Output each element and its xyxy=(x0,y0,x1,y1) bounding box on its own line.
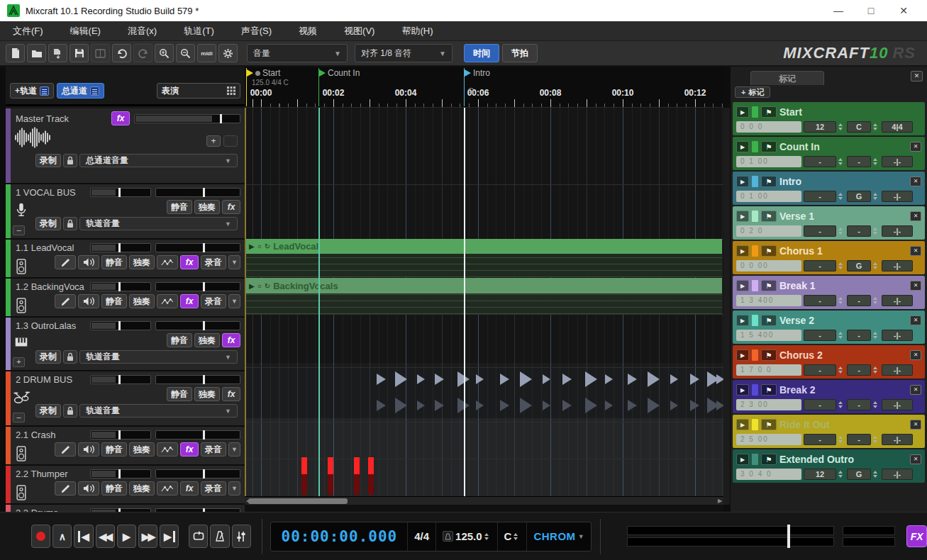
marker-tempo-value[interactable]: - xyxy=(804,364,836,376)
solo-button[interactable]: 独奏 xyxy=(194,333,220,347)
marker-color-swatch[interactable] xyxy=(752,176,758,187)
marker-play-button[interactable]: ▶ xyxy=(736,106,749,118)
menu-item-3[interactable]: 轨道(T) xyxy=(184,25,214,38)
marker-key-value[interactable]: - xyxy=(847,330,871,341)
marker-flag-button[interactable]: ⚑ xyxy=(761,315,777,326)
marker-flag-button[interactable]: ⚑ xyxy=(761,280,777,291)
slider-thumb[interactable] xyxy=(203,375,205,384)
marker-key-spinner[interactable] xyxy=(873,436,879,443)
arm-record-button[interactable]: 录音 xyxy=(201,481,226,495)
bus-volume-slider[interactable] xyxy=(90,188,151,197)
marker-card-count-in[interactable]: ▶⚑Count In✕0 1 00---|- xyxy=(733,137,925,170)
bus-pan-slider[interactable] xyxy=(155,188,240,197)
menu-item-6[interactable]: 视图(V) xyxy=(344,25,374,38)
monitor-button[interactable] xyxy=(78,481,99,495)
mute-button[interactable]: 静音 xyxy=(167,333,192,347)
slider-thumb[interactable] xyxy=(118,430,121,439)
go-to-end-button[interactable]: ▶ xyxy=(160,525,179,548)
open-project-button[interactable] xyxy=(27,44,46,62)
marker-play-button[interactable]: ▶ xyxy=(736,280,749,291)
marker-time-field[interactable]: 0 2 0 xyxy=(736,225,801,237)
master-volume-handle[interactable] xyxy=(787,525,790,548)
marker-card-verse-2[interactable]: ▶⚑Verse 2✕1 5 400---|- xyxy=(733,310,925,344)
marker-tempo-value[interactable]: 12 xyxy=(804,469,836,480)
marker-card-break-1[interactable]: ▶⚑Break 1✕1 3 400---|- xyxy=(733,276,925,309)
monitor-button[interactable] xyxy=(78,442,99,457)
track-master[interactable]: Master Trackfx+录制总通道音量▼ xyxy=(6,108,245,183)
arm-record-button[interactable]: 录音 xyxy=(201,255,226,269)
edit-pencil-button[interactable] xyxy=(55,294,76,308)
slider-thumb[interactable] xyxy=(203,282,205,291)
mute-button[interactable]: 静音 xyxy=(101,481,127,495)
scroll-right-arrow[interactable]: ▶ xyxy=(716,497,723,505)
add-track-button[interactable]: +轨道 xyxy=(10,83,54,99)
marker-tempo-value[interactable]: - xyxy=(804,156,836,167)
master-volume-slider[interactable] xyxy=(627,526,834,547)
marker-time-field[interactable]: 2 5 00 xyxy=(736,434,801,445)
record-button[interactable] xyxy=(31,525,50,548)
marker-flag-button[interactable]: ⚑ xyxy=(761,384,777,396)
time-mode-button[interactable]: 时间 xyxy=(464,44,499,62)
marker-tempo-spinner[interactable] xyxy=(838,332,845,339)
marker-flag-button[interactable]: ⚑ xyxy=(761,245,777,257)
marker-tempo-spinner[interactable] xyxy=(838,262,845,269)
track-volume-dropdown[interactable]: 轨道音量▼ xyxy=(79,217,238,230)
marker-play-button[interactable]: ▶ xyxy=(736,176,749,187)
master-volume-dropdown[interactable]: 总通道音量▼ xyxy=(79,154,238,167)
marker-flag-button[interactable]: ⚑ xyxy=(761,454,777,465)
arm-options-caret[interactable]: ▼ xyxy=(228,294,240,308)
marker-tempo-spinner[interactable] xyxy=(838,193,845,200)
fx-button[interactable]: fx xyxy=(180,481,199,495)
marker-tempo-value[interactable]: - xyxy=(804,295,836,306)
marker-tempo-spinner[interactable] xyxy=(838,297,845,304)
marker-delete-button[interactable]: ✕ xyxy=(910,454,921,464)
track-pan-slider[interactable] xyxy=(155,430,240,439)
collapse-button[interactable]: – xyxy=(13,225,25,235)
track-backingvocal[interactable]: 1.2 BackingVoca静音独奏fx录音▼ xyxy=(6,279,245,316)
metronome-button[interactable] xyxy=(210,525,229,548)
marker-delete-button[interactable]: ✕ xyxy=(910,350,921,360)
add-marker-button[interactable]: +标记 xyxy=(735,86,770,98)
marker-play-button[interactable]: ▶ xyxy=(736,211,749,222)
tempo-control[interactable]: 125.0 xyxy=(435,522,497,551)
marker-tempo-value[interactable]: - xyxy=(804,434,836,445)
fx-button[interactable]: fx xyxy=(180,294,199,308)
bus-volume-slider[interactable] xyxy=(90,375,151,384)
minimize-button[interactable]: — xyxy=(822,5,855,16)
marker-color-swatch[interactable] xyxy=(752,384,758,396)
menu-item-0[interactable]: 文件(F) xyxy=(13,25,43,38)
marker-play-button[interactable]: ▶ xyxy=(736,245,749,257)
clip-lock-icon[interactable]: ○ xyxy=(257,282,262,290)
midi-button[interactable]: midi xyxy=(197,44,216,62)
marker-key-value[interactable]: - xyxy=(847,156,871,167)
slider-thumb[interactable] xyxy=(203,243,205,252)
marker-signature-value[interactable]: -|- xyxy=(882,434,913,445)
monitor-button[interactable] xyxy=(78,294,99,308)
marker-flag-button[interactable]: ⚑ xyxy=(761,141,777,152)
clip-play-icon[interactable]: ▶ xyxy=(249,242,255,250)
arm-record-button[interactable]: 录音 xyxy=(201,294,226,308)
slider-thumb[interactable] xyxy=(118,469,121,478)
marker-color-swatch[interactable] xyxy=(752,141,758,152)
marker-color-swatch[interactable] xyxy=(752,419,758,430)
marker-color-swatch[interactable] xyxy=(752,454,758,465)
marker-key-value[interactable]: G xyxy=(847,469,871,480)
slider-thumb[interactable] xyxy=(203,321,205,330)
marker-flag-button[interactable]: ⚑ xyxy=(761,419,777,430)
track-vocal-bus[interactable]: 1 VOCAL BUS静音独奏fx录制轨道音量▼– xyxy=(6,184,245,238)
solo-button[interactable]: 独奏 xyxy=(129,442,155,457)
solo-button[interactable]: 独奏 xyxy=(129,255,155,269)
mute-button[interactable]: 静音 xyxy=(101,294,127,308)
marker-tempo-spinner[interactable] xyxy=(838,228,845,235)
marker-color-swatch[interactable] xyxy=(752,315,758,326)
collapse-button[interactable]: + xyxy=(13,357,25,367)
beat-mode-button[interactable]: 节拍 xyxy=(502,44,538,62)
marker-key-spinner[interactable] xyxy=(873,471,879,478)
markers-tab[interactable]: 标记 xyxy=(750,71,824,85)
marker-play-button[interactable]: ▶ xyxy=(736,384,749,396)
marker-delete-button[interactable]: ✕ xyxy=(910,420,921,430)
track-drums[interactable]: 2.3 Drums xyxy=(6,505,245,512)
master-fx-button[interactable]: FX xyxy=(906,525,927,547)
edit-pencil-button[interactable] xyxy=(55,481,76,495)
marker-color-swatch[interactable] xyxy=(752,211,758,222)
